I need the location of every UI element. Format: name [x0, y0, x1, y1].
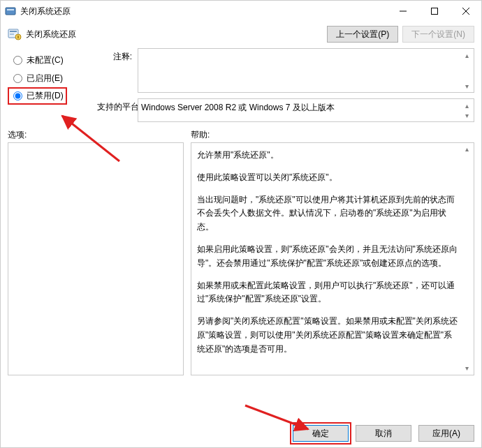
- scroll-up-icon[interactable]: ▴: [461, 100, 472, 110]
- apply-button[interactable]: 应用(A): [418, 425, 474, 442]
- help-pane[interactable]: 允许禁用"系统还原"。 使用此策略设置可以关闭"系统还原"。 当出现问题时，"系…: [191, 142, 474, 375]
- radio-enabled[interactable]: 已启用(E): [8, 69, 92, 87]
- help-paragraph: 允许禁用"系统还原"。: [197, 149, 460, 163]
- policy-icon: [8, 28, 22, 40]
- radio-disabled-label: 已禁用(D): [27, 90, 64, 102]
- radio-not-configured[interactable]: 未配置(C): [8, 51, 92, 69]
- options-pane[interactable]: [8, 142, 184, 375]
- svg-rect-0: [6, 8, 15, 15]
- dialog-footer: 确定 取消 应用(A): [293, 425, 474, 442]
- titlebar: 关闭系统还原: [1, 1, 481, 22]
- ok-button[interactable]: 确定: [293, 425, 349, 442]
- window-title: 关闭系统还原: [20, 6, 387, 17]
- radio-disabled[interactable]: 已禁用(D): [13, 90, 66, 102]
- scroll-up-icon[interactable]: ▴: [461, 50, 472, 60]
- config-area: 未配置(C) 已启用(E) 已禁用(D) 注释: ▴ ▾ 支持的平台:: [1, 45, 481, 122]
- help-paragraph: 使用此策略设置可以关闭"系统还原"。: [197, 171, 460, 185]
- close-button[interactable]: [450, 1, 481, 22]
- help-paragraph: 当出现问题时，"系统还原"可以使用户将其计算机还原到先前的状态而不会丢失个人数据…: [197, 193, 460, 234]
- window-controls: [387, 1, 481, 22]
- help-paragraph: 另请参阅"关闭系统还原配置"策略设置。如果禁用或未配置"关闭系统还原"策略设置，…: [197, 315, 460, 356]
- radio-not-configured-label: 未配置(C): [27, 54, 64, 66]
- radio-enabled-input[interactable]: [13, 74, 22, 83]
- state-radio-group: 未配置(C) 已启用(E) 已禁用(D): [8, 48, 92, 122]
- help-scrollbar[interactable]: ▴ ▾: [461, 144, 472, 373]
- lower-labels: 选项: 帮助:: [1, 122, 481, 142]
- svg-rect-10: [17, 36, 19, 38]
- platform-textarea[interactable]: Windows Server 2008 R2 或 Windows 7 及以上版本…: [138, 98, 474, 122]
- scroll-down-icon[interactable]: ▾: [461, 81, 472, 91]
- svg-rect-3: [431, 8, 437, 15]
- svg-rect-1: [7, 9, 14, 10]
- help-label: 帮助:: [191, 129, 474, 141]
- next-setting-button: 下一个设置(N): [402, 26, 474, 43]
- cancel-button[interactable]: 取消: [356, 425, 411, 442]
- scroll-up-icon[interactable]: ▴: [461, 144, 472, 154]
- platform-label: 支持的平台:: [97, 98, 133, 122]
- options-label: 选项:: [8, 129, 191, 141]
- comment-label: 注释:: [97, 48, 133, 93]
- svg-rect-8: [10, 33, 14, 35]
- comment-scrollbar[interactable]: ▴ ▾: [461, 50, 472, 91]
- scroll-down-icon[interactable]: ▾: [461, 110, 472, 120]
- scroll-down-icon[interactable]: ▾: [461, 364, 472, 373]
- app-icon: [5, 6, 16, 17]
- lower-split: 允许禁用"系统还原"。 使用此策略设置可以关闭"系统还原"。 当出现问题时，"系…: [1, 142, 481, 375]
- maximize-button[interactable]: [418, 1, 450, 22]
- policy-title: 关闭系统还原: [26, 29, 323, 40]
- platform-scrollbar[interactable]: ▴ ▾: [461, 100, 472, 120]
- help-paragraph: 如果启用此策略设置，则"系统还原"会关闭，并且无法访问"系统还原向导"。还会禁用…: [197, 243, 460, 271]
- radio-not-configured-input[interactable]: [13, 56, 22, 65]
- radio-disabled-highlight: 已禁用(D): [8, 87, 67, 105]
- subheader: 关闭系统还原 上一个设置(P) 下一个设置(N): [1, 22, 481, 45]
- radio-enabled-label: 已启用(E): [27, 73, 63, 84]
- radio-disabled-input[interactable]: [13, 91, 22, 100]
- previous-setting-button[interactable]: 上一个设置(P): [327, 26, 398, 43]
- help-paragraph: 如果禁用或未配置此策略设置，则用户可以执行"系统还原"，还可以通过"系统保护"配…: [197, 279, 460, 307]
- platform-value: Windows Server 2008 R2 或 Windows 7 及以上版本: [141, 103, 335, 112]
- minimize-button[interactable]: [387, 1, 418, 22]
- comment-textarea[interactable]: ▴ ▾: [138, 48, 474, 93]
- svg-rect-7: [10, 31, 17, 32]
